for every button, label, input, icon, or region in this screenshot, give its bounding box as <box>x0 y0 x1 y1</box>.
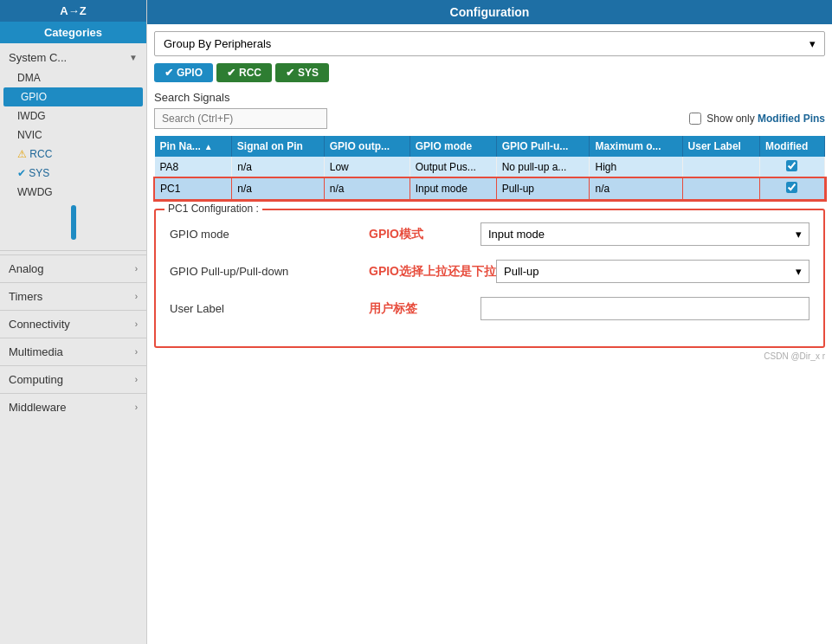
sidebar-az-bar[interactable]: A→Z <box>0 0 146 22</box>
gpio-pull-label: GPIO Pull-up/Pull-down <box>170 265 360 278</box>
th-signal[interactable]: Signal on Pin <box>232 136 324 157</box>
tab-rcc-check: ✔ <box>227 67 235 79</box>
system-group-chevron: ▼ <box>129 53 138 62</box>
table-header-row: Pin Na... ▲ Signal on Pin GPIO outp... G… <box>155 136 825 157</box>
row-pa8-mode: Output Pus... <box>410 157 496 178</box>
tab-sys[interactable]: ✔ SYS <box>275 63 329 82</box>
gpio-pull-chevron: ▾ <box>796 265 802 278</box>
row-pc1-label <box>682 178 759 200</box>
sidebar-timers-label: Timers <box>9 290 42 303</box>
th-max-output[interactable]: Maximum o... <box>590 136 682 157</box>
gpio-pull-select[interactable]: Pull-up ▾ <box>496 260 809 283</box>
sidebar-connectivity-chevron: › <box>135 319 138 329</box>
config-header: Configuration <box>147 0 832 24</box>
gpio-pull-value: Pull-up <box>504 265 539 278</box>
user-label-input[interactable] <box>480 297 809 320</box>
sidebar-section-middleware[interactable]: Middleware › <box>0 393 146 421</box>
sidebar-divider-1 <box>0 250 146 251</box>
sidebar-section-analog[interactable]: Analog › <box>0 254 146 282</box>
sidebar-section-timers[interactable]: Timers › <box>0 282 146 310</box>
row-pa8-pull: No pull-up a... <box>496 157 590 178</box>
sidebar-computing-chevron: › <box>135 375 138 384</box>
tab-rcc[interactable]: ✔ RCC <box>216 63 272 82</box>
pc1-config-section: PC1 Configuration : GPIO mode GPIO模式 Inp… <box>154 209 825 348</box>
sidebar-section-multimedia[interactable]: Multimedia › <box>0 338 146 365</box>
sidebar-item-sys[interactable]: SYS <box>0 164 146 183</box>
row-pc1-max: n/a <box>590 178 682 200</box>
sidebar-multimedia-chevron: › <box>135 347 138 357</box>
sidebar-computing-label: Computing <box>9 373 63 386</box>
th-gpio-output[interactable]: GPIO outp... <box>324 136 410 157</box>
config-row-user-label: User Label 用户标签 <box>170 297 809 320</box>
main-content: Configuration Group By Peripherals ▾ ✔ G… <box>147 0 832 644</box>
search-row: Show only Modified Pins <box>154 108 825 129</box>
tab-rcc-label: RCC <box>239 67 261 79</box>
scroll-indicator <box>71 205 76 240</box>
sidebar-middleware-label: Middleware <box>9 401 66 414</box>
system-group-header[interactable]: System C... ▼ <box>0 47 146 68</box>
sidebar-connectivity-label: Connectivity <box>9 318 70 331</box>
config-row-gpio-pull: GPIO Pull-up/Pull-down GPIO选择上拉还是下拉 Pull… <box>170 260 809 283</box>
user-label-label: User Label <box>170 302 360 315</box>
main-body: Group By Peripherals ▾ ✔ GPIO ✔ RCC ✔ SY… <box>147 24 832 644</box>
sidebar-item-rcc[interactable]: RCC <box>0 145 146 164</box>
row-pa8-max: High <box>590 157 682 178</box>
th-gpio-mode[interactable]: GPIO mode <box>410 136 496 157</box>
search-signals-label: Search Signals <box>154 91 825 104</box>
show-modified-text: Show only Modified Pins <box>706 113 825 125</box>
show-modified-checkbox[interactable] <box>689 113 701 125</box>
tab-gpio-label: GPIO <box>177 67 203 79</box>
row-pa8-pin: PA8 <box>155 157 232 178</box>
gpio-mode-select[interactable]: Input mode ▾ <box>480 222 809 246</box>
config-row-gpio-mode: GPIO mode GPIO模式 Input mode ▾ <box>170 222 809 246</box>
sidebar-item-wwdg[interactable]: WWDG <box>0 183 146 202</box>
row-pa8-label <box>682 157 759 178</box>
th-pin-name[interactable]: Pin Na... ▲ <box>155 136 232 157</box>
sidebar-middleware-chevron: › <box>135 402 138 412</box>
row-pa8-signal: n/a <box>232 157 324 178</box>
table-row[interactable]: PA8 n/a Low Output Pus... No pull-up a..… <box>155 157 825 178</box>
row-pc1-pull: Pull-up <box>496 178 590 200</box>
gpio-pull-annotation: GPIO选择上拉还是下拉 <box>369 264 496 280</box>
tab-sys-label: SYS <box>298 67 319 79</box>
gpio-mode-chevron: ▾ <box>796 228 802 241</box>
gpio-mode-label: GPIO mode <box>170 228 360 241</box>
th-modified[interactable]: Modified <box>759 136 824 157</box>
sidebar-multimedia-label: Multimedia <box>9 345 63 358</box>
pa8-modified-checkbox[interactable] <box>786 160 797 171</box>
search-input[interactable] <box>154 108 327 129</box>
sidebar: A→Z Categories System C... ▼ DMA GPIO IW… <box>0 0 147 644</box>
sidebar-timers-chevron: › <box>135 292 138 301</box>
row-pc1-modified[interactable] <box>759 178 824 200</box>
system-group-label: System C... <box>9 51 67 64</box>
sidebar-item-nvic[interactable]: NVIC <box>0 126 146 145</box>
sidebar-item-dma[interactable]: DMA <box>0 68 146 87</box>
sidebar-item-iwdg[interactable]: IWDG <box>0 106 146 126</box>
watermark: CSDN @Dir_x r <box>154 351 825 361</box>
pc1-config-legend: PC1 Configuration : <box>164 203 262 215</box>
gpio-mode-annotation: GPIO模式 <box>369 227 423 242</box>
system-group: System C... ▼ DMA GPIO IWDG NVIC RCC SYS… <box>0 43 146 247</box>
tab-gpio[interactable]: ✔ GPIO <box>154 63 213 82</box>
show-modified-row: Show only Modified Pins <box>689 113 825 125</box>
group-by-dropdown[interactable]: Group By Peripherals ▾ <box>154 31 825 56</box>
pc1-modified-checkbox[interactable] <box>786 182 797 193</box>
tab-sys-check: ✔ <box>286 67 294 79</box>
row-pc1-output: n/a <box>324 178 410 200</box>
gpio-mode-value: Input mode <box>488 228 545 241</box>
row-pa8-modified[interactable] <box>759 157 824 178</box>
sidebar-categories-bar[interactable]: Categories <box>0 22 146 43</box>
sidebar-analog-label: Analog <box>9 262 43 275</box>
sidebar-item-gpio[interactable]: GPIO <box>3 87 143 106</box>
group-by-chevron: ▾ <box>809 37 816 50</box>
user-label-annotation: 用户标签 <box>369 301 417 317</box>
sidebar-section-connectivity[interactable]: Connectivity › <box>0 310 146 338</box>
row-pa8-output: Low <box>324 157 410 178</box>
table-row[interactable]: PC1 n/a n/a Input mode Pull-up n/a <box>155 178 825 200</box>
row-pc1-mode: Input mode <box>410 178 496 200</box>
row-pc1-signal: n/a <box>232 178 324 200</box>
th-gpio-pull[interactable]: GPIO Pull-u... <box>496 136 590 157</box>
tab-gpio-check: ✔ <box>164 67 173 79</box>
sidebar-section-computing[interactable]: Computing › <box>0 365 146 393</box>
th-user-label[interactable]: User Label <box>682 136 759 157</box>
